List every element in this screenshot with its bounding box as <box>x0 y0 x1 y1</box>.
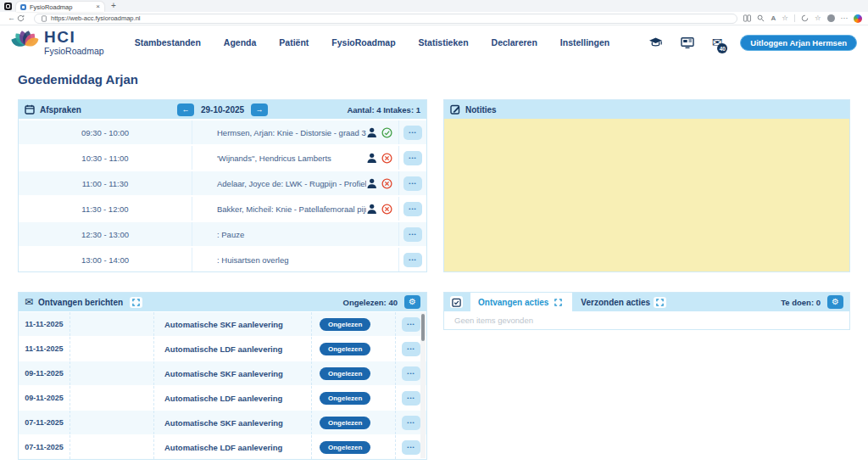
message-menu-button[interactable]: ••• <box>402 391 420 406</box>
appointment-menu-button[interactable]: ••• <box>403 202 422 216</box>
new-tab-button[interactable]: + <box>111 2 116 10</box>
afspraken-title: Afspraken <box>40 105 81 115</box>
message-menu-button[interactable]: ••• <box>402 342 420 356</box>
nav-declareren[interactable]: Declareren <box>492 37 537 48</box>
status-badge: Ongelezen <box>320 318 370 331</box>
appointment-menu-button[interactable]: ••• <box>403 253 422 267</box>
acties-settings-button[interactable]: ⚙ <box>827 295 843 309</box>
read-aloud-icon[interactable]: A <box>771 15 776 22</box>
appointment-row: 11:30 - 12:00 Bakker, Micheil: Knie - Pa… <box>19 195 426 221</box>
appointment-description: : Pauze <box>192 230 392 239</box>
expand-berichten-icon[interactable] <box>130 297 142 308</box>
browser-toolbar: ← https://web-acc.fysioroadmap.nl A ☆ ☆ … <box>0 12 868 25</box>
messages-scrollbar[interactable] <box>420 312 426 458</box>
notities-panel: Notities <box>443 99 850 272</box>
afspraken-panel: Afspraken ← 29-10-2025 → Aantal: 4 Intak… <box>18 99 427 272</box>
appointment-menu-button[interactable]: ••• <box>403 151 422 165</box>
browser-tab-strip: FysioRoadmap × + <box>0 0 868 12</box>
message-date: 07-11-2025 <box>19 411 70 434</box>
patient-icon[interactable] <box>366 127 377 138</box>
message-date: 11-11-2025 <box>19 337 70 361</box>
browser-tab[interactable]: FysioRoadmap × <box>16 2 104 12</box>
todo-count: Te doen: 0 <box>781 298 821 307</box>
message-empty-cell <box>70 361 154 385</box>
message-row: 11-11-2025 Automatische SKF aanlevering … <box>19 311 426 336</box>
back-icon[interactable]: ← <box>6 14 17 22</box>
prev-day-button[interactable]: ← <box>177 104 194 116</box>
message-date: 09-11-2025 <box>19 361 70 385</box>
address-bar[interactable]: https://web-acc.fysioroadmap.nl <box>34 14 737 24</box>
education-icon[interactable] <box>648 37 663 48</box>
afspraken-summary: Aantal: 4 Intakes: 1 <box>347 105 420 115</box>
current-date: 29-10-2025 <box>201 105 244 115</box>
nav-stambestanden[interactable]: Stambestanden <box>135 37 201 48</box>
nav-patient[interactable]: Patiënt <box>279 37 309 48</box>
patient-icon[interactable] <box>366 178 377 189</box>
appointment-row: 11:00 - 11:30 Adelaar, Joyce de: LWK - R… <box>19 170 426 195</box>
main-nav: Stambestanden Agenda Patiënt FysioRoadma… <box>135 37 610 48</box>
message-menu-button[interactable]: ••• <box>402 366 420 381</box>
logout-button[interactable]: Uitloggen Arjan Hermsen <box>740 35 857 51</box>
message-date: 07-11-2025 <box>19 435 70 459</box>
message-row: 07-11-2025 Automatische LDF aanlevering … <box>19 434 426 459</box>
message-menu-button[interactable]: ••• <box>402 416 420 430</box>
expand-ontvangen-icon[interactable] <box>552 297 565 308</box>
message-subject: Automatische LDF aanlevering <box>154 386 312 410</box>
status-badge: Ongelezen <box>320 417 370 429</box>
scrollbar-thumb[interactable] <box>421 314 425 341</box>
status-badge: Ongelezen <box>320 441 370 454</box>
app-header: HCI FysioRoadmap Stambestanden Agenda Pa… <box>0 25 868 59</box>
status-badge: Ongelezen <box>320 343 370 355</box>
messages-button[interactable]: ✉ 40 <box>712 35 723 50</box>
berichten-settings-button[interactable]: ⚙ <box>404 295 420 309</box>
afspraken-header: Afspraken ← 29-10-2025 → Aantal: 4 Intak… <box>19 100 426 119</box>
appointment-time: 09:30 - 10:00 <box>19 120 192 144</box>
search-icon[interactable] <box>757 14 765 22</box>
app-logo[interactable]: HCI FysioRoadmap <box>11 29 104 57</box>
patient-icon[interactable] <box>366 153 377 164</box>
message-empty-cell <box>70 386 154 410</box>
acties-header: Ontvangen acties Verzonden acties Te doe… <box>444 293 849 311</box>
tab-verzonden-acties[interactable]: Verzonden acties <box>572 297 675 308</box>
gear-icon: ⚙ <box>409 298 416 306</box>
message-subject: Automatische SKF aanlevering <box>154 312 312 336</box>
appointment-menu-button[interactable]: ••• <box>403 126 422 140</box>
message-subject: Automatische LDF aanlevering <box>154 435 312 459</box>
status-badge: Ongelezen <box>320 392 370 405</box>
nav-fysioroadmap[interactable]: FysioRoadmap <box>331 37 395 48</box>
message-row: 11-11-2025 Automatische LDF aanlevering … <box>19 336 426 361</box>
nav-agenda[interactable]: Agenda <box>224 37 257 48</box>
split-screen-icon[interactable] <box>743 14 751 22</box>
gear-icon: ⚙ <box>832 298 839 306</box>
appointment-time: 11:00 - 11:30 <box>19 171 192 195</box>
expand-verzonden-icon[interactable] <box>654 297 666 308</box>
message-date: 09-11-2025 <box>19 386 70 410</box>
patient-icon[interactable] <box>366 204 377 215</box>
sync-icon[interactable] <box>801 14 809 22</box>
appointment-row: 12:30 - 13:00 : Pauze ••• <box>19 221 426 246</box>
workspaces-icon[interactable] <box>4 3 12 10</box>
favorite-star-icon[interactable]: ☆ <box>782 14 788 22</box>
appointment-row: 13:00 - 14:00 : Huisartsen overleg ••• <box>19 246 426 271</box>
tab-close-icon[interactable]: × <box>96 3 100 10</box>
browser-menu-icon[interactable]: ⋯ <box>841 14 849 22</box>
message-date: 11-11-2025 <box>19 312 70 336</box>
appointment-time: 13:00 - 14:00 <box>19 248 192 271</box>
profile-avatar[interactable] <box>827 14 835 22</box>
collections-icon[interactable]: ☆ <box>815 14 821 22</box>
copilot-icon[interactable] <box>854 14 862 23</box>
nav-instellingen[interactable]: Instellingen <box>560 37 609 48</box>
tab-ontvangen-acties[interactable]: Ontvangen acties <box>470 293 572 311</box>
presentation-icon[interactable] <box>681 37 694 48</box>
site-info-icon[interactable] <box>41 15 47 22</box>
refresh-icon[interactable] <box>17 14 28 22</box>
message-menu-button[interactable]: ••• <box>402 440 420 455</box>
nav-statistieken[interactable]: Statistieken <box>419 37 469 48</box>
message-menu-button[interactable]: ••• <box>402 317 420 332</box>
next-day-button[interactable]: → <box>251 104 268 116</box>
notes-textarea[interactable] <box>444 119 849 271</box>
favicon-icon <box>20 4 26 10</box>
toolbar-divider <box>794 14 795 22</box>
appointment-menu-button[interactable]: ••• <box>403 227 422 242</box>
appointment-menu-button[interactable]: ••• <box>403 176 422 191</box>
